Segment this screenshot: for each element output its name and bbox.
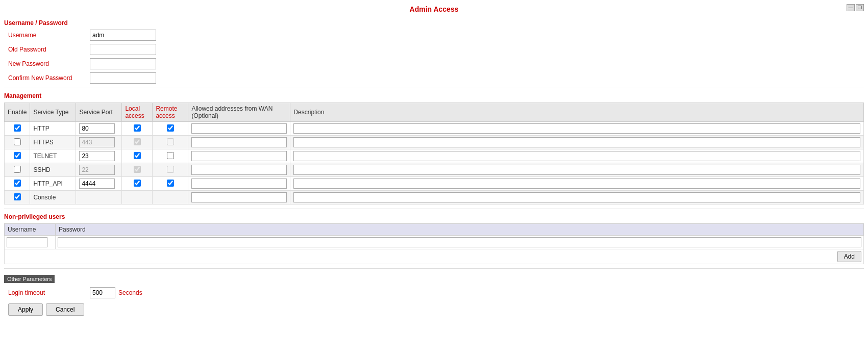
wan-input-console[interactable] xyxy=(191,192,287,202)
remote-cell-5 xyxy=(153,191,188,205)
wan-input-sshd[interactable] xyxy=(191,165,287,175)
remote-checkbox-http[interactable] xyxy=(167,124,174,132)
new-password-input[interactable] xyxy=(90,58,156,69)
np-col-password: Password xyxy=(56,224,864,236)
wan-input-telnet[interactable] xyxy=(191,151,287,161)
non-privileged-section-title: Non-privileged users xyxy=(4,213,864,220)
old-password-label: Old Password xyxy=(8,46,90,53)
col-header-enable: Enable xyxy=(5,103,30,122)
np-username-input[interactable] xyxy=(7,237,47,247)
service-cell-5: Console xyxy=(30,191,76,205)
wan-cell-2 xyxy=(188,149,290,163)
wan-input-http[interactable] xyxy=(191,123,287,134)
new-password-row: New Password xyxy=(4,58,864,69)
col-header-local: Local access xyxy=(122,103,153,122)
enable-cell-3 xyxy=(5,163,30,177)
port-input-telnet[interactable] xyxy=(79,151,115,161)
confirm-password-row: Confirm New Password xyxy=(4,72,864,84)
desc-cell-5 xyxy=(290,191,864,205)
col-header-wan: Allowed addresses from WAN (Optional) xyxy=(188,103,290,122)
restore-button[interactable]: ❐ xyxy=(856,4,864,11)
add-button[interactable]: Add xyxy=(837,251,861,262)
np-add-row: Add xyxy=(5,249,864,264)
old-password-input[interactable] xyxy=(90,44,156,55)
timeout-unit: Seconds xyxy=(118,289,142,296)
management-table: Enable Service Type Service Port Local a… xyxy=(4,103,864,205)
service-cell-1: HTTPS xyxy=(30,136,76,149)
enable-cell-5 xyxy=(5,191,30,205)
remote-cell-2 xyxy=(153,149,188,163)
remote-checkbox-http_api[interactable] xyxy=(167,180,174,187)
username-row: Username xyxy=(4,30,864,41)
desc-cell-2 xyxy=(290,149,864,163)
port-input-http_api[interactable] xyxy=(79,178,115,189)
local-checkbox-https xyxy=(134,138,141,145)
remote-checkbox-https xyxy=(167,138,174,145)
port-cell-0 xyxy=(76,122,122,136)
new-password-label: New Password xyxy=(8,60,90,67)
username-password-section-title: Username / Password xyxy=(4,19,864,27)
management-section-title: Management xyxy=(4,92,864,99)
port-cell-5 xyxy=(76,191,122,205)
enable-checkbox-sshd[interactable] xyxy=(14,166,21,173)
service-cell-2: TELNET xyxy=(30,149,76,163)
apply-button[interactable]: Apply xyxy=(8,303,43,316)
np-input-row xyxy=(5,236,864,249)
service-cell-4: HTTP_API xyxy=(30,177,76,191)
desc-input-console[interactable] xyxy=(293,192,860,202)
old-password-row: Old Password xyxy=(4,44,864,55)
cancel-button[interactable]: Cancel xyxy=(46,303,84,316)
service-cell-3: SSHD xyxy=(30,163,76,177)
remote-cell-0 xyxy=(153,122,188,136)
desc-cell-4 xyxy=(290,177,864,191)
divider-3 xyxy=(4,268,864,269)
wan-input-http_api[interactable] xyxy=(191,178,287,189)
port-input-http[interactable] xyxy=(79,123,115,134)
minimize-button[interactable]: — xyxy=(847,4,855,11)
mgmt-row-telnet: TELNET xyxy=(5,149,864,163)
desc-input-https[interactable] xyxy=(293,137,860,147)
enable-checkbox-https[interactable] xyxy=(14,138,21,145)
np-add-cell: Add xyxy=(5,249,864,264)
window-controls: — ❐ xyxy=(847,4,864,11)
mgmt-row-http_api: HTTP_API xyxy=(5,177,864,191)
local-checkbox-telnet[interactable] xyxy=(134,152,141,159)
enable-cell-2 xyxy=(5,149,30,163)
username-input[interactable] xyxy=(90,30,156,41)
local-cell-0 xyxy=(122,122,153,136)
local-checkbox-http[interactable] xyxy=(134,124,141,132)
service-cell-0: HTTP xyxy=(30,122,76,136)
remote-cell-4 xyxy=(153,177,188,191)
wan-cell-0 xyxy=(188,122,290,136)
local-checkbox-http_api[interactable] xyxy=(134,180,141,187)
desc-input-sshd[interactable] xyxy=(293,165,860,175)
np-password-input[interactable] xyxy=(58,237,861,247)
desc-input-http[interactable] xyxy=(293,123,860,134)
desc-input-http_api[interactable] xyxy=(293,178,860,189)
remote-cell-3 xyxy=(153,163,188,177)
enable-checkbox-console[interactable] xyxy=(14,193,21,200)
port-cell-1 xyxy=(76,136,122,149)
np-password-cell xyxy=(56,236,864,249)
enable-checkbox-http[interactable] xyxy=(14,124,21,132)
local-checkbox-sshd xyxy=(134,166,141,173)
mgmt-row-console: Console xyxy=(5,191,864,205)
login-timeout-label: Login timeout xyxy=(8,289,90,296)
enable-checkbox-telnet[interactable] xyxy=(14,152,21,159)
username-label: Username xyxy=(8,32,90,39)
mgmt-row-https: HTTPS xyxy=(5,136,864,149)
enable-checkbox-http_api[interactable] xyxy=(14,180,21,187)
wan-input-https[interactable] xyxy=(191,137,287,147)
login-timeout-input[interactable] xyxy=(90,287,115,298)
remote-checkbox-telnet[interactable] xyxy=(167,152,174,159)
remote-checkbox-sshd xyxy=(167,166,174,173)
local-cell-2 xyxy=(122,149,153,163)
port-input-sshd xyxy=(79,165,115,175)
divider-1 xyxy=(4,88,864,88)
remote-cell-1 xyxy=(153,136,188,149)
desc-input-telnet[interactable] xyxy=(293,151,860,161)
enable-cell-0 xyxy=(5,122,30,136)
desc-cell-1 xyxy=(290,136,864,149)
confirm-password-input[interactable] xyxy=(90,72,156,84)
other-params-label: Other Parameters xyxy=(4,275,55,283)
